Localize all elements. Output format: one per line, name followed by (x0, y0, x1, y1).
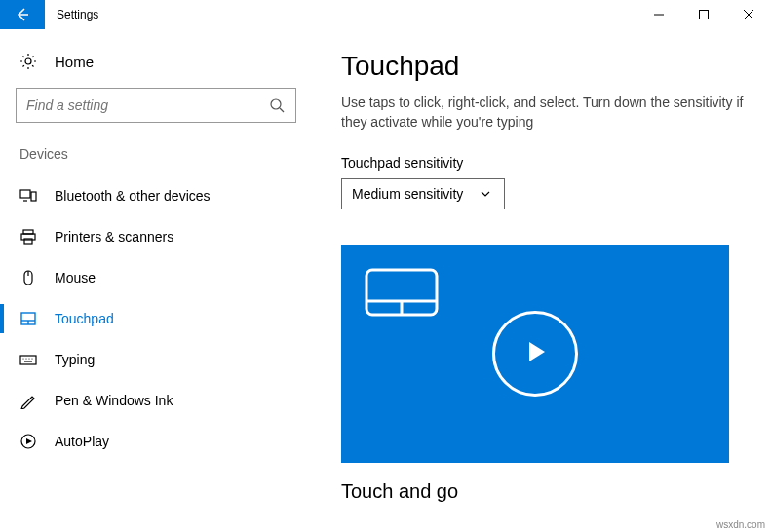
svg-marker-26 (26, 438, 32, 444)
sidebar: Home Devices Bluetooth & other devices P… (0, 29, 312, 532)
svg-rect-19 (20, 356, 36, 364)
sensitivity-label: Touchpad sensitivity (341, 155, 753, 171)
chevron-down-icon (477, 185, 494, 203)
svg-rect-2 (700, 11, 709, 19)
main-panel: Touchpad Use taps to click, right-click,… (312, 29, 771, 532)
gear-icon (19, 53, 37, 70)
maximize-button[interactable] (681, 0, 726, 29)
section-title: Touch and go (341, 480, 753, 503)
sidebar-item-label: Typing (55, 352, 95, 367)
search-input[interactable] (26, 97, 268, 113)
keyboard-icon (19, 351, 37, 368)
dropdown-value: Medium sensitivity (352, 186, 463, 202)
home-button[interactable]: Home (0, 41, 312, 88)
svg-rect-8 (20, 190, 30, 198)
sidebar-item-label: Pen & Windows Ink (55, 393, 173, 408)
svg-point-23 (31, 358, 32, 359)
sidebar-item-mouse[interactable]: Mouse (0, 257, 312, 298)
sidebar-item-touchpad[interactable]: Touchpad (0, 298, 312, 339)
mouse-icon (19, 269, 37, 286)
svg-point-21 (25, 358, 26, 359)
svg-point-20 (22, 358, 23, 359)
sidebar-item-pen[interactable]: Pen & Windows Ink (0, 380, 312, 421)
sidebar-item-label: AutoPlay (55, 434, 109, 449)
sensitivity-dropdown[interactable]: Medium sensitivity (341, 178, 505, 209)
video-thumbnail[interactable] (341, 245, 729, 463)
sidebar-item-label: Mouse (55, 270, 96, 285)
sidebar-item-typing[interactable]: Typing (0, 339, 312, 380)
touchpad-graphic-icon (365, 268, 439, 321)
svg-point-6 (271, 99, 281, 109)
page-title: Touchpad (341, 51, 753, 82)
maximize-icon (695, 6, 713, 23)
watermark: wsxdn.com (716, 519, 765, 530)
sidebar-item-printers[interactable]: Printers & scanners (0, 216, 312, 257)
printer-icon (19, 228, 37, 246)
window-title: Settings (45, 0, 636, 29)
autoplay-icon (19, 433, 37, 450)
sidebar-section-header: Devices (0, 146, 312, 175)
sidebar-item-label: Touchpad (55, 311, 114, 326)
page-description: Use taps to click, right-click, and sele… (341, 94, 751, 132)
minimize-icon (650, 6, 668, 23)
search-box[interactable] (16, 88, 296, 123)
arrow-left-icon (14, 6, 31, 23)
sidebar-item-label: Bluetooth & other devices (55, 188, 211, 204)
close-icon (740, 6, 757, 23)
back-button[interactable] (0, 0, 45, 29)
search-icon (268, 96, 286, 114)
close-button[interactable] (726, 0, 771, 29)
minimize-button[interactable] (636, 0, 681, 29)
home-label: Home (55, 54, 94, 70)
devices-icon (19, 187, 37, 205)
pen-icon (19, 392, 37, 409)
svg-line-7 (280, 108, 284, 112)
svg-rect-11 (23, 230, 33, 234)
sidebar-item-autoplay[interactable]: AutoPlay (0, 421, 312, 462)
play-icon (520, 336, 551, 371)
sidebar-item-label: Printers & scanners (55, 229, 173, 245)
svg-point-22 (28, 358, 29, 359)
play-button[interactable] (492, 311, 578, 397)
sidebar-item-bluetooth[interactable]: Bluetooth & other devices (0, 175, 312, 216)
touchpad-icon (19, 310, 37, 327)
svg-rect-9 (31, 192, 36, 201)
svg-point-5 (25, 58, 31, 64)
svg-marker-30 (529, 342, 545, 361)
